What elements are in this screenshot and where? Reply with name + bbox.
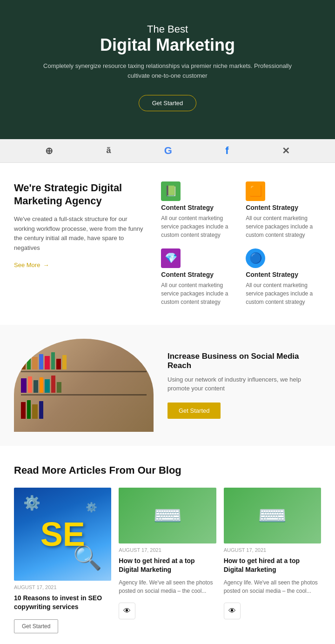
- blog-title-1: 10 Reasons to invest in SEO copywriting …: [14, 594, 111, 612]
- logo-x: ✕: [282, 145, 290, 156]
- eye-icon-3: 👁: [228, 607, 236, 615]
- service-title-2: Content Strategy: [246, 204, 321, 211]
- blog-grid: ⚙️ SE 🔍 ⚙️ AUGUST 17, 2021 10 Reasons to…: [14, 488, 321, 633]
- agency-services-grid: 📗 Content Strategy All our content marke…: [161, 181, 321, 306]
- seo-text: SE: [40, 515, 85, 553]
- hero-description: Completely synergize resource taxing rel…: [37, 61, 298, 81]
- typewriter-icon-2: ⌨️: [258, 502, 287, 529]
- service-desc-1: All our content marketing service packag…: [161, 214, 236, 239]
- gear-icon-2: ⚙️: [86, 502, 97, 513]
- blog-image-2: ⌨️: [119, 488, 216, 543]
- typewriter-icon-1: ⌨️: [153, 502, 182, 529]
- service-desc-3: All our content marketing service packag…: [161, 281, 236, 306]
- blog-card-3: ⌨️ AUGUST 17, 2021 How to get hired at a…: [224, 488, 321, 633]
- hero-section: The Best Digital Marketing Completely sy…: [0, 0, 335, 139]
- blog-excerpt-3: Agency life. We've all seen the photos p…: [224, 578, 321, 595]
- agency-left: We're Strategic Digital Marketing Agency…: [14, 181, 147, 306]
- service-title-3: Content Strategy: [161, 271, 236, 278]
- service-card-3: 💎 Content Strategy All our content marke…: [161, 248, 236, 306]
- see-more-link[interactable]: See More →: [14, 262, 49, 268]
- service-icon-3: 💎: [161, 248, 181, 268]
- hero-title-small: The Best: [37, 23, 298, 35]
- agency-description: We've created a full-stack structure for…: [14, 215, 147, 253]
- social-content: Increase Business on Social Media Reach …: [168, 352, 321, 419]
- social-description: Using our network of industry influencer…: [168, 375, 321, 393]
- blog-title-2: How to get hired at a top Digital Market…: [119, 557, 216, 575]
- service-icon-4: 🔵: [246, 248, 265, 268]
- blog-section-title: Read More Articles From Our Blog: [14, 464, 321, 476]
- blog-title-3: How to get hired at a top Digital Market…: [224, 557, 321, 575]
- agency-section: We're Strategic Digital Marketing Agency…: [0, 163, 335, 325]
- logo-google: G: [164, 145, 172, 157]
- hero-cta-button[interactable]: Get Started: [139, 95, 196, 111]
- blog-eye-button-2[interactable]: 👁: [119, 603, 135, 619]
- service-title-1: Content Strategy: [161, 204, 236, 211]
- blog-image-3: ⌨️: [224, 488, 321, 543]
- blog-eye-button-3[interactable]: 👁: [224, 603, 241, 619]
- blog-cta-button-1[interactable]: Get Started: [14, 619, 58, 633]
- service-card-1: 📗 Content Strategy All our content marke…: [161, 181, 236, 239]
- logo-plus: ⊕: [45, 145, 53, 156]
- logo-facebook: f: [225, 145, 228, 157]
- logo-amazon: ã: [106, 146, 111, 155]
- blog-section: Read More Articles From Our Blog ⚙️ SE 🔍…: [0, 446, 335, 644]
- social-image: [14, 339, 154, 432]
- hero-title-big: Digital Marketing: [37, 35, 298, 55]
- service-card-4: 🔵 Content Strategy All our content marke…: [246, 248, 321, 306]
- blog-excerpt-2: Agency life. We've all seen the photos p…: [119, 578, 216, 595]
- service-title-4: Content Strategy: [246, 271, 321, 278]
- agency-heading: We're Strategic Digital Marketing Agency: [14, 181, 147, 208]
- see-more-label: See More: [14, 262, 40, 268]
- blog-card-1: ⚙️ SE 🔍 ⚙️ AUGUST 17, 2021 10 Reasons to…: [14, 488, 111, 633]
- social-section: Increase Business on Social Media Reach …: [0, 325, 335, 446]
- service-icon-1: 📗: [161, 181, 181, 201]
- social-heading: Increase Business on Social Media Reach: [168, 352, 321, 370]
- blog-date-1: AUGUST 17, 2021: [14, 584, 111, 590]
- service-icon-2: 🟧: [246, 181, 265, 201]
- blog-date-2: AUGUST 17, 2021: [119, 547, 216, 553]
- service-desc-4: All our content marketing service packag…: [246, 281, 321, 306]
- gear-icon-1: ⚙️: [23, 495, 40, 511]
- social-cta-button[interactable]: Get Started: [168, 402, 221, 419]
- blog-card-2: ⌨️ AUGUST 17, 2021 How to get hired at a…: [119, 488, 216, 633]
- logo-bar: ⊕ ã G f ✕: [0, 139, 335, 163]
- blog-image-1: ⚙️ SE 🔍 ⚙️: [14, 488, 111, 581]
- arrow-right-icon: →: [43, 262, 49, 268]
- service-desc-2: All our content marketing service packag…: [246, 214, 321, 239]
- service-card-2: 🟧 Content Strategy All our content marke…: [246, 181, 321, 239]
- blog-date-3: AUGUST 17, 2021: [224, 547, 321, 553]
- eye-icon-2: 👁: [123, 607, 131, 615]
